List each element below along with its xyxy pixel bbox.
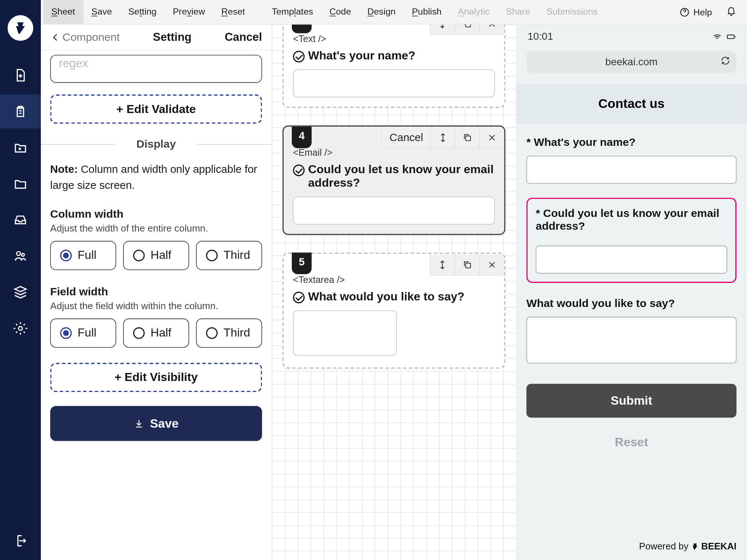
regex-input[interactable]: regex — [50, 55, 262, 83]
field-width-full[interactable]: Full — [50, 318, 116, 347]
beekai-icon — [691, 542, 699, 551]
card-input[interactable] — [293, 197, 495, 225]
column-width-radios: Full Half Third — [50, 241, 262, 270]
radio-icon — [206, 327, 218, 339]
preview-pane: 10:01 beekai.com Contact us What's your … — [516, 24, 747, 560]
card-question: Could you let us know your email address… — [293, 163, 495, 190]
menu-publish[interactable]: Publish — [404, 0, 450, 24]
menu-share[interactable]: Share — [498, 0, 538, 24]
card-type-tag: <Text /> — [293, 34, 495, 44]
menu-design[interactable]: Design — [359, 0, 404, 24]
field-width-half[interactable]: Half — [123, 318, 189, 347]
preview-submit-button[interactable]: Submit — [526, 384, 736, 418]
check-icon — [293, 51, 305, 62]
nav-settings-icon[interactable] — [0, 311, 41, 345]
preview-field-name: What's your name? — [526, 136, 736, 184]
edit-visibility-button[interactable]: + Edit Visibility — [50, 362, 262, 392]
nav-users-icon[interactable] — [0, 239, 41, 273]
menu-preview[interactable]: Preview — [165, 0, 213, 24]
nav-layers-icon[interactable] — [0, 275, 41, 309]
notifications-icon[interactable] — [718, 5, 745, 18]
menu-templates[interactable]: Templates — [264, 0, 321, 24]
display-note: Note: Column and width only applicable f… — [50, 161, 262, 194]
preview-textarea-message[interactable] — [526, 317, 736, 363]
column-width-third[interactable]: Third — [196, 241, 262, 270]
canvas-card-4[interactable]: 4 Cancel <Email /> Could you let us know… — [282, 125, 505, 235]
radio-icon — [60, 249, 72, 261]
column-width-full[interactable]: Full — [50, 241, 116, 270]
panel-title: Setting — [153, 30, 191, 44]
card-input[interactable] — [293, 69, 495, 97]
menu-setting[interactable]: Setting — [120, 0, 165, 24]
back-button[interactable]: Component — [50, 31, 120, 43]
menu-code[interactable]: Code — [321, 0, 359, 24]
copy-icon[interactable] — [454, 254, 479, 276]
menu-save[interactable]: Save — [83, 0, 120, 24]
svg-rect-5 — [465, 136, 470, 141]
preview-statusbar: 10:01 — [516, 24, 747, 46]
copy-icon[interactable] — [454, 24, 479, 34]
wifi-icon — [712, 31, 723, 42]
card-question: What would you like to say? — [293, 290, 495, 303]
column-width-help: Adjust the width of the entire column. — [50, 222, 262, 233]
field-width-help: Adjust the field width within the column… — [50, 300, 262, 311]
reload-icon[interactable] — [720, 55, 731, 69]
menu-sheet[interactable]: Sheet — [43, 0, 83, 24]
menu-reset[interactable]: Reset — [213, 0, 253, 24]
preview-url-text: beekai.com — [605, 56, 658, 68]
card-number: 3 — [292, 24, 311, 33]
card-number: 5 — [292, 253, 311, 274]
preview-input-email[interactable] — [536, 246, 727, 274]
top-menu: Sheet Save Setting Preview Reset Templat… — [41, 0, 747, 24]
svg-rect-6 — [465, 263, 470, 268]
close-icon[interactable] — [479, 127, 504, 148]
edit-validate-button[interactable]: + Edit Validate — [50, 94, 262, 124]
svg-point-1 — [22, 253, 24, 256]
menu-help[interactable]: Help — [674, 7, 718, 17]
save-button-label: Save — [150, 416, 178, 430]
panel-cancel-button[interactable]: Cancel — [225, 30, 262, 44]
preview-input-name[interactable] — [526, 156, 736, 184]
menu-help-label: Help — [693, 7, 712, 17]
field-width-third[interactable]: Third — [196, 318, 262, 347]
canvas-card-3[interactable]: 3 <Text /> What's your name? — [282, 24, 505, 108]
nav-inbox-icon[interactable] — [0, 203, 41, 237]
copy-icon[interactable] — [454, 127, 479, 148]
card-toolbar — [430, 24, 504, 35]
save-button[interactable]: Save — [50, 406, 262, 441]
preview-reset-button[interactable]: Reset — [526, 435, 736, 449]
close-icon[interactable] — [479, 254, 504, 276]
column-width-half[interactable]: Half — [123, 241, 189, 270]
nav-logout-icon[interactable] — [0, 524, 41, 558]
svg-point-2 — [19, 327, 22, 330]
check-icon — [293, 292, 305, 303]
move-icon[interactable] — [430, 127, 454, 148]
preview-label: Could you let us know your email address… — [536, 207, 719, 232]
menu-submissions[interactable]: Submissions — [538, 0, 606, 24]
menu-analytic[interactable]: Analytic — [450, 0, 498, 24]
card-textarea[interactable] — [293, 310, 397, 356]
card-toolbar: Cancel — [382, 127, 504, 149]
move-icon[interactable] — [430, 254, 454, 276]
nav-clipboard-icon[interactable] — [0, 94, 41, 128]
radio-icon — [133, 249, 145, 261]
preview-url-bar[interactable]: beekai.com — [526, 51, 736, 73]
check-icon — [293, 164, 305, 176]
preview-label: What would you like to say? — [526, 297, 675, 309]
card-type-tag: <Email /> — [293, 148, 495, 158]
close-icon[interactable] — [479, 24, 504, 34]
canvas-card-5[interactable]: 5 <Textarea /> What would you like to sa… — [282, 253, 505, 369]
card-cancel-button[interactable]: Cancel — [383, 127, 430, 148]
battery-icon — [726, 31, 736, 42]
move-icon[interactable] — [430, 24, 454, 34]
nav-new-folder-icon[interactable] — [0, 131, 41, 164]
card-number: 4 — [292, 127, 311, 148]
nav-new-doc-icon[interactable] — [0, 58, 41, 92]
column-width-label: Column width — [50, 207, 262, 220]
radio-icon — [206, 249, 218, 261]
svg-point-0 — [17, 252, 20, 255]
nav-folder-icon[interactable] — [0, 167, 41, 201]
form-canvas[interactable]: 3 <Text /> What's your name? 4 Cancel — [272, 24, 516, 560]
nav-rail — [0, 0, 41, 560]
radio-icon — [60, 327, 72, 339]
